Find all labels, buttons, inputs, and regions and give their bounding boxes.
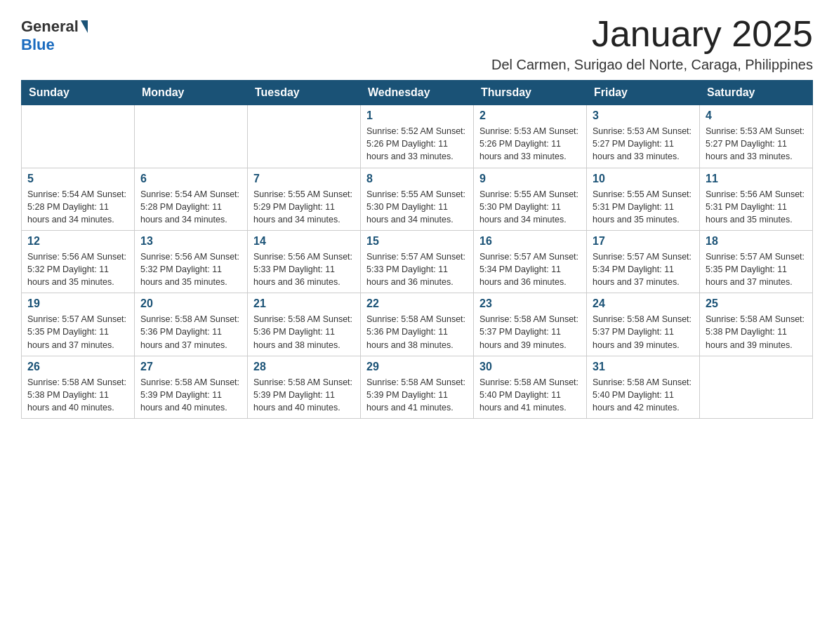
logo-blue-word: Blue xyxy=(21,36,55,54)
calendar-table: SundayMondayTuesdayWednesdayThursdayFrid… xyxy=(21,80,813,419)
calendar-cell: 12Sunrise: 5:56 AM Sunset: 5:32 PM Dayli… xyxy=(22,230,135,293)
main-title: January 2025 xyxy=(491,14,813,54)
calendar-cell: 24Sunrise: 5:58 AM Sunset: 5:37 PM Dayli… xyxy=(587,293,700,356)
cell-info: Sunrise: 5:56 AM Sunset: 5:32 PM Dayligh… xyxy=(140,250,241,288)
calendar-cell: 5Sunrise: 5:54 AM Sunset: 5:28 PM Daylig… xyxy=(22,168,135,230)
calendar-cell: 7Sunrise: 5:55 AM Sunset: 5:29 PM Daylig… xyxy=(248,168,361,230)
cell-day-number: 18 xyxy=(706,235,807,248)
calendar-week-row: 5Sunrise: 5:54 AM Sunset: 5:28 PM Daylig… xyxy=(22,168,813,230)
cell-info: Sunrise: 5:56 AM Sunset: 5:33 PM Dayligh… xyxy=(253,250,355,288)
calendar-week-row: 19Sunrise: 5:57 AM Sunset: 5:35 PM Dayli… xyxy=(22,293,813,356)
cell-info: Sunrise: 5:58 AM Sunset: 5:40 PM Dayligh… xyxy=(479,376,581,414)
calendar-cell: 4Sunrise: 5:53 AM Sunset: 5:27 PM Daylig… xyxy=(700,105,813,168)
day-header-sunday: Sunday xyxy=(22,81,135,105)
calendar-cell: 14Sunrise: 5:56 AM Sunset: 5:33 PM Dayli… xyxy=(248,230,361,293)
cell-day-number: 25 xyxy=(706,297,807,310)
calendar-cell: 2Sunrise: 5:53 AM Sunset: 5:26 PM Daylig… xyxy=(474,105,587,168)
calendar-cell: 10Sunrise: 5:55 AM Sunset: 5:31 PM Dayli… xyxy=(587,168,700,230)
title-area: January 2025 Del Carmen, Surigao del Nor… xyxy=(491,14,813,73)
day-header-thursday: Thursday xyxy=(474,81,587,105)
cell-info: Sunrise: 5:58 AM Sunset: 5:39 PM Dayligh… xyxy=(140,376,241,414)
cell-day-number: 6 xyxy=(140,173,241,185)
cell-day-number: 19 xyxy=(27,297,128,310)
day-header-wednesday: Wednesday xyxy=(361,81,474,105)
calendar-cell: 25Sunrise: 5:58 AM Sunset: 5:38 PM Dayli… xyxy=(700,293,813,356)
calendar-cell xyxy=(135,105,248,168)
cell-day-number: 4 xyxy=(706,109,807,122)
calendar-cell: 21Sunrise: 5:58 AM Sunset: 5:36 PM Dayli… xyxy=(248,293,361,356)
cell-info: Sunrise: 5:54 AM Sunset: 5:28 PM Dayligh… xyxy=(27,188,128,226)
subtitle: Del Carmen, Surigao del Norte, Caraga, P… xyxy=(491,57,813,73)
calendar-cell: 20Sunrise: 5:58 AM Sunset: 5:36 PM Dayli… xyxy=(135,293,248,356)
cell-day-number: 15 xyxy=(366,235,468,248)
logo: General Blue xyxy=(21,18,89,54)
calendar-cell: 8Sunrise: 5:55 AM Sunset: 5:30 PM Daylig… xyxy=(361,168,474,230)
calendar-cell: 18Sunrise: 5:57 AM Sunset: 5:35 PM Dayli… xyxy=(700,230,813,293)
cell-info: Sunrise: 5:58 AM Sunset: 5:36 PM Dayligh… xyxy=(253,313,355,351)
cell-day-number: 12 xyxy=(27,235,128,248)
logo-general-text: General xyxy=(21,18,89,36)
calendar-cell: 6Sunrise: 5:54 AM Sunset: 5:28 PM Daylig… xyxy=(135,168,248,230)
day-header-monday: Monday xyxy=(135,81,248,105)
cell-day-number: 10 xyxy=(593,173,694,185)
calendar-cell: 1Sunrise: 5:52 AM Sunset: 5:26 PM Daylig… xyxy=(361,105,474,168)
cell-info: Sunrise: 5:58 AM Sunset: 5:40 PM Dayligh… xyxy=(593,376,694,414)
calendar-cell: 29Sunrise: 5:58 AM Sunset: 5:39 PM Dayli… xyxy=(361,356,474,418)
cell-info: Sunrise: 5:53 AM Sunset: 5:27 PM Dayligh… xyxy=(706,125,807,163)
cell-day-number: 9 xyxy=(479,173,581,185)
cell-info: Sunrise: 5:53 AM Sunset: 5:26 PM Dayligh… xyxy=(479,125,581,163)
cell-info: Sunrise: 5:54 AM Sunset: 5:28 PM Dayligh… xyxy=(140,188,241,226)
calendar-cell xyxy=(22,105,135,168)
calendar-cell: 16Sunrise: 5:57 AM Sunset: 5:34 PM Dayli… xyxy=(474,230,587,293)
calendar-cell: 3Sunrise: 5:53 AM Sunset: 5:27 PM Daylig… xyxy=(587,105,700,168)
cell-info: Sunrise: 5:55 AM Sunset: 5:30 PM Dayligh… xyxy=(366,188,468,226)
cell-info: Sunrise: 5:56 AM Sunset: 5:31 PM Dayligh… xyxy=(706,188,807,226)
cell-day-number: 22 xyxy=(366,297,468,310)
cell-info: Sunrise: 5:58 AM Sunset: 5:37 PM Dayligh… xyxy=(479,313,581,351)
cell-info: Sunrise: 5:55 AM Sunset: 5:30 PM Dayligh… xyxy=(479,188,581,226)
cell-info: Sunrise: 5:52 AM Sunset: 5:26 PM Dayligh… xyxy=(366,125,468,163)
cell-info: Sunrise: 5:55 AM Sunset: 5:31 PM Dayligh… xyxy=(593,188,694,226)
calendar-cell: 9Sunrise: 5:55 AM Sunset: 5:30 PM Daylig… xyxy=(474,168,587,230)
cell-day-number: 2 xyxy=(479,109,581,122)
cell-day-number: 14 xyxy=(253,235,355,248)
cell-info: Sunrise: 5:58 AM Sunset: 5:38 PM Dayligh… xyxy=(706,313,807,351)
cell-day-number: 8 xyxy=(366,173,468,185)
calendar-cell: 22Sunrise: 5:58 AM Sunset: 5:36 PM Dayli… xyxy=(361,293,474,356)
calendar-cell: 28Sunrise: 5:58 AM Sunset: 5:39 PM Dayli… xyxy=(248,356,361,418)
cell-info: Sunrise: 5:57 AM Sunset: 5:34 PM Dayligh… xyxy=(593,250,694,288)
cell-day-number: 29 xyxy=(366,361,468,373)
cell-info: Sunrise: 5:55 AM Sunset: 5:29 PM Dayligh… xyxy=(253,188,355,226)
calendar-cell: 17Sunrise: 5:57 AM Sunset: 5:34 PM Dayli… xyxy=(587,230,700,293)
cell-day-number: 28 xyxy=(253,361,355,373)
calendar-cell xyxy=(248,105,361,168)
logo-triangle-icon xyxy=(81,20,88,33)
cell-info: Sunrise: 5:57 AM Sunset: 5:33 PM Dayligh… xyxy=(366,250,468,288)
day-header-tuesday: Tuesday xyxy=(248,81,361,105)
calendar-cell xyxy=(700,356,813,418)
cell-day-number: 21 xyxy=(253,297,355,310)
cell-info: Sunrise: 5:56 AM Sunset: 5:32 PM Dayligh… xyxy=(27,250,128,288)
calendar-cell: 19Sunrise: 5:57 AM Sunset: 5:35 PM Dayli… xyxy=(22,293,135,356)
header-row: SundayMondayTuesdayWednesdayThursdayFrid… xyxy=(22,81,813,105)
day-header-friday: Friday xyxy=(587,81,700,105)
cell-info: Sunrise: 5:58 AM Sunset: 5:37 PM Dayligh… xyxy=(593,313,694,351)
cell-info: Sunrise: 5:58 AM Sunset: 5:36 PM Dayligh… xyxy=(366,313,468,351)
calendar-cell: 30Sunrise: 5:58 AM Sunset: 5:40 PM Dayli… xyxy=(474,356,587,418)
calendar-week-row: 12Sunrise: 5:56 AM Sunset: 5:32 PM Dayli… xyxy=(22,230,813,293)
page-header: General Blue January 2025 Del Carmen, Su… xyxy=(21,14,813,73)
calendar-cell: 27Sunrise: 5:58 AM Sunset: 5:39 PM Dayli… xyxy=(135,356,248,418)
cell-day-number: 27 xyxy=(140,361,241,373)
cell-day-number: 31 xyxy=(593,361,694,373)
calendar-cell: 13Sunrise: 5:56 AM Sunset: 5:32 PM Dayli… xyxy=(135,230,248,293)
cell-info: Sunrise: 5:58 AM Sunset: 5:36 PM Dayligh… xyxy=(140,313,241,351)
cell-day-number: 17 xyxy=(593,235,694,248)
cell-info: Sunrise: 5:53 AM Sunset: 5:27 PM Dayligh… xyxy=(593,125,694,163)
cell-day-number: 26 xyxy=(27,361,128,373)
logo-general-word: General xyxy=(21,18,79,36)
calendar-cell: 15Sunrise: 5:57 AM Sunset: 5:33 PM Dayli… xyxy=(361,230,474,293)
cell-info: Sunrise: 5:57 AM Sunset: 5:35 PM Dayligh… xyxy=(706,250,807,288)
cell-day-number: 23 xyxy=(479,297,581,310)
cell-info: Sunrise: 5:57 AM Sunset: 5:34 PM Dayligh… xyxy=(479,250,581,288)
cell-info: Sunrise: 5:58 AM Sunset: 5:39 PM Dayligh… xyxy=(366,376,468,414)
